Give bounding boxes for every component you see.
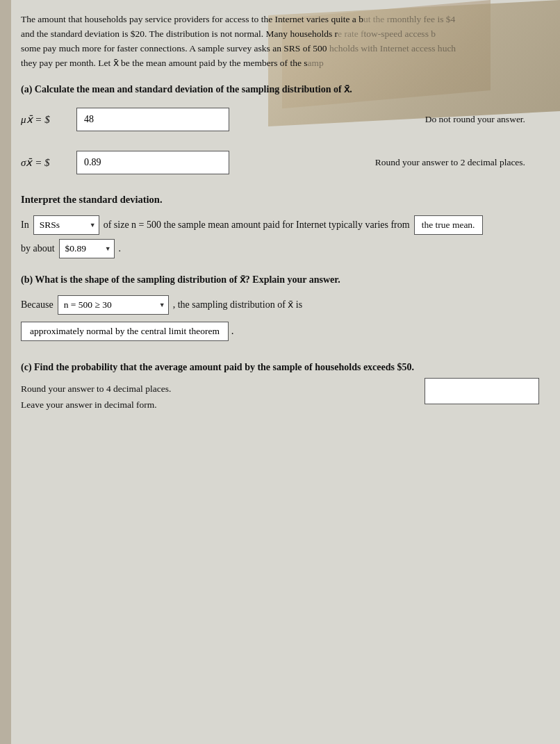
sigma-label: σx̄ = $ [21, 156, 69, 169]
part-c-bottom: Round your answer to 4 decimal places. L… [21, 381, 539, 413]
because-text: Because [21, 299, 53, 311]
problem-text-line4: they pay per month. Let x̄ be the mean a… [21, 58, 308, 68]
problem-text-line1c: monthly fee is $4 [390, 14, 455, 24]
part-c-instruction1: Round your answer to 4 decimal places. [21, 381, 171, 397]
problem-text-line3: some pay much more for faster connection… [21, 43, 327, 53]
part-c-label: (c) Find the probability that the averag… [21, 362, 539, 373]
problem-text-line1: The amount that households pay service p… [21, 14, 363, 24]
srss-select-wrapper[interactable]: SRSs samples populations [33, 215, 99, 235]
part-c-answer-input[interactable] [425, 378, 539, 404]
part-c-instructions: Round your answer to 4 decimal places. L… [21, 381, 171, 413]
interpret-in-label: In [21, 216, 29, 233]
main-content: The amount that households pay service p… [0, 0, 560, 434]
amount-select-wrapper[interactable]: $0.89 $0.50 [59, 239, 115, 258]
by-about-row: by about $0.89 $0.50 . [21, 239, 539, 258]
problem-text-line2c: tow-speed access b [364, 28, 436, 39]
interpret-middle-text: of size n = 500 the sample mean amount p… [104, 216, 410, 233]
problem-text: The amount that households pay service p… [21, 13, 539, 71]
period-label: . [119, 240, 122, 257]
problem-text-line2: and the standard deviation is $20. The d… [21, 28, 338, 39]
condition-select-wrapper[interactable]: n = 500 ≥ 30 n = 500 < 30 [58, 295, 169, 315]
problem-text-covered3: h [327, 43, 334, 53]
part-b-label: (b) What is the shape of the sampling di… [21, 274, 539, 286]
conclusion-period: . [231, 325, 234, 336]
amount-dropdown[interactable]: $0.89 $0.50 [59, 239, 115, 258]
because-row: Because n = 500 ≥ 30 n = 500 < 30 , the … [21, 295, 539, 315]
comma-suffix-text: , the sampling distribution of x̄ is [173, 299, 303, 311]
condition-dropdown[interactable]: n = 500 ≥ 30 n = 500 < 30 [58, 295, 169, 315]
problem-text-line3c: uch [443, 43, 456, 53]
sigma-input[interactable] [76, 151, 229, 174]
mu-input[interactable] [76, 108, 229, 131]
true-mean-box: the true mean. [414, 215, 483, 235]
problem-text-line3b: cholds with Internet access h [334, 43, 443, 53]
page-wrapper: The amount that households pay service p… [0, 0, 560, 744]
left-sidebar [0, 0, 11, 744]
interpret-row: In SRSs samples populations of size n = … [21, 215, 539, 235]
mu-hint: Do not round your answer. [425, 114, 525, 125]
srss-dropdown[interactable]: SRSs samples populations [33, 215, 99, 235]
conclusion-text: approximately normal by the central limi… [30, 326, 220, 337]
conclusion-box: approximately normal by the central limi… [21, 322, 229, 341]
by-about-label: by about [21, 240, 55, 257]
interpret-heading: Interpret the standard deviation. [21, 194, 539, 206]
mu-row: μx̄ = $ Do not round your answer. [21, 108, 539, 131]
part-a-label: (a) Calculate the mean and standard devi… [21, 83, 539, 95]
part-c-instruction2: Leave your answer in decimal form. [21, 397, 171, 413]
conclusion-row: approximately normal by the central limi… [21, 322, 539, 341]
true-mean-label: the true mean. [422, 217, 475, 233]
problem-text-covered1: ut the r [363, 14, 390, 24]
problem-text-covered2: e rate f [338, 28, 363, 39]
problem-text-covered4: amp [308, 58, 324, 68]
sigma-hint: Round your answer to 2 decimal places. [375, 157, 525, 168]
sigma-row: σx̄ = $ Round your answer to 2 decimal p… [21, 151, 539, 174]
mu-label: μx̄ = $ [21, 113, 69, 126]
part-c-section: (c) Find the probability that the averag… [21, 362, 539, 413]
